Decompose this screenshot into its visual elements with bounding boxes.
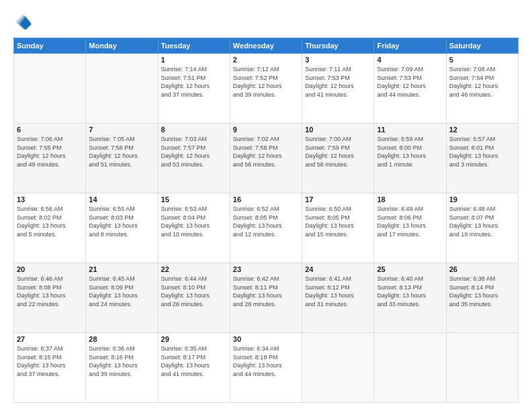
calendar-cell: 21Sunrise: 6:45 AM Sunset: 8:09 PM Dayli…: [86, 263, 158, 333]
day-info: Sunrise: 6:53 AM Sunset: 8:04 PM Dayligh…: [161, 205, 227, 238]
day-info: Sunrise: 7:09 AM Sunset: 7:53 PM Dayligh…: [377, 65, 443, 99]
day-info: Sunrise: 7:06 AM Sunset: 7:55 PM Dayligh…: [17, 135, 83, 169]
day-of-week-header: Saturday: [446, 38, 518, 54]
day-info: Sunrise: 6:52 AM Sunset: 8:05 PM Dayligh…: [233, 205, 299, 238]
day-info: Sunrise: 6:44 AM Sunset: 8:10 PM Dayligh…: [161, 275, 227, 308]
calendar-cell: 28Sunrise: 6:36 AM Sunset: 8:16 PM Dayli…: [86, 333, 158, 403]
day-number: 20: [17, 265, 83, 273]
day-info: Sunrise: 6:36 AM Sunset: 8:16 PM Dayligh…: [89, 345, 154, 378]
day-number: 13: [17, 195, 83, 203]
calendar-week-row: 27Sunrise: 6:37 AM Sunset: 8:15 PM Dayli…: [14, 333, 519, 403]
day-number: 17: [305, 195, 371, 203]
calendar-cell: [446, 333, 518, 403]
day-number: 14: [89, 195, 154, 203]
day-number: 25: [377, 265, 443, 273]
logo-icon: [13, 12, 32, 31]
day-info: Sunrise: 6:57 AM Sunset: 8:01 PM Dayligh…: [449, 135, 515, 169]
day-info: Sunrise: 6:45 AM Sunset: 8:09 PM Dayligh…: [89, 275, 154, 308]
calendar-cell: 15Sunrise: 6:53 AM Sunset: 8:04 PM Dayli…: [158, 193, 230, 263]
day-info: Sunrise: 6:59 AM Sunset: 8:00 PM Dayligh…: [377, 135, 443, 169]
day-of-week-header: Friday: [374, 38, 446, 54]
day-number: 16: [233, 195, 299, 203]
calendar-cell: 10Sunrise: 7:00 AM Sunset: 7:59 PM Dayli…: [302, 124, 374, 193]
calendar-cell: 4Sunrise: 7:09 AM Sunset: 7:53 PM Daylig…: [374, 54, 446, 124]
day-info: Sunrise: 7:11 AM Sunset: 7:53 PM Dayligh…: [305, 65, 371, 99]
day-number: 30: [233, 335, 299, 343]
calendar-cell: [14, 54, 86, 124]
day-number: 8: [161, 126, 227, 134]
day-number: 11: [377, 126, 443, 134]
calendar-cell: 24Sunrise: 6:41 AM Sunset: 8:12 PM Dayli…: [302, 263, 374, 333]
calendar-week-row: 20Sunrise: 6:46 AM Sunset: 8:08 PM Dayli…: [14, 263, 519, 333]
day-info: Sunrise: 6:40 AM Sunset: 8:13 PM Dayligh…: [377, 275, 443, 308]
day-info: Sunrise: 7:14 AM Sunset: 7:51 PM Dayligh…: [161, 65, 227, 99]
calendar: SundayMondayTuesdayWednesdayThursdayFrid…: [13, 38, 519, 403]
day-info: Sunrise: 6:55 AM Sunset: 8:03 PM Dayligh…: [89, 205, 154, 238]
calendar-week-row: 1Sunrise: 7:14 AM Sunset: 7:51 PM Daylig…: [14, 54, 519, 124]
calendar-cell: 13Sunrise: 6:56 AM Sunset: 8:02 PM Dayli…: [14, 193, 86, 263]
day-number: 3: [305, 56, 371, 64]
day-info: Sunrise: 7:05 AM Sunset: 7:56 PM Dayligh…: [89, 135, 154, 169]
calendar-cell: [302, 333, 374, 403]
day-info: Sunrise: 7:00 AM Sunset: 7:59 PM Dayligh…: [305, 135, 371, 169]
calendar-cell: 6Sunrise: 7:06 AM Sunset: 7:55 PM Daylig…: [14, 124, 86, 193]
calendar-week-row: 6Sunrise: 7:06 AM Sunset: 7:55 PM Daylig…: [14, 124, 519, 193]
day-info: Sunrise: 6:48 AM Sunset: 8:07 PM Dayligh…: [449, 205, 515, 238]
day-info: Sunrise: 6:35 AM Sunset: 8:17 PM Dayligh…: [161, 345, 227, 378]
day-info: Sunrise: 7:08 AM Sunset: 7:54 PM Dayligh…: [449, 65, 515, 99]
day-number: 19: [449, 195, 515, 203]
calendar-cell: 23Sunrise: 6:42 AM Sunset: 8:11 PM Dayli…: [230, 263, 302, 333]
day-info: Sunrise: 7:12 AM Sunset: 7:52 PM Dayligh…: [233, 65, 299, 99]
calendar-cell: 26Sunrise: 6:38 AM Sunset: 8:14 PM Dayli…: [446, 263, 518, 333]
day-number: 6: [17, 126, 83, 134]
calendar-cell: 8Sunrise: 7:03 AM Sunset: 7:57 PM Daylig…: [158, 124, 230, 193]
day-of-week-header: Thursday: [302, 38, 374, 54]
day-number: 23: [233, 265, 299, 273]
calendar-cell: 2Sunrise: 7:12 AM Sunset: 7:52 PM Daylig…: [230, 54, 302, 124]
day-number: 2: [233, 56, 299, 64]
day-number: 9: [233, 126, 299, 134]
day-number: 10: [305, 126, 371, 134]
day-info: Sunrise: 6:37 AM Sunset: 8:15 PM Dayligh…: [17, 345, 83, 378]
day-number: 4: [377, 56, 443, 64]
calendar-cell: [374, 333, 446, 403]
day-number: 21: [89, 265, 154, 273]
day-info: Sunrise: 7:02 AM Sunset: 7:58 PM Dayligh…: [233, 135, 299, 169]
day-info: Sunrise: 6:46 AM Sunset: 8:08 PM Dayligh…: [17, 275, 83, 308]
day-number: 5: [449, 56, 515, 64]
calendar-cell: 5Sunrise: 7:08 AM Sunset: 7:54 PM Daylig…: [446, 54, 518, 124]
calendar-cell: 7Sunrise: 7:05 AM Sunset: 7:56 PM Daylig…: [86, 124, 158, 193]
day-info: Sunrise: 6:56 AM Sunset: 8:02 PM Dayligh…: [17, 205, 83, 238]
calendar-cell: 17Sunrise: 6:50 AM Sunset: 8:05 PM Dayli…: [302, 193, 374, 263]
logo: [13, 12, 35, 31]
calendar-cell: 29Sunrise: 6:35 AM Sunset: 8:17 PM Dayli…: [158, 333, 230, 403]
calendar-cell: 14Sunrise: 6:55 AM Sunset: 8:03 PM Dayli…: [86, 193, 158, 263]
day-info: Sunrise: 6:41 AM Sunset: 8:12 PM Dayligh…: [305, 275, 371, 308]
day-info: Sunrise: 6:50 AM Sunset: 8:05 PM Dayligh…: [305, 205, 371, 238]
day-number: 29: [161, 335, 227, 343]
calendar-header-row: SundayMondayTuesdayWednesdayThursdayFrid…: [14, 38, 519, 54]
day-info: Sunrise: 6:49 AM Sunset: 8:06 PM Dayligh…: [377, 205, 443, 238]
calendar-cell: 22Sunrise: 6:44 AM Sunset: 8:10 PM Dayli…: [158, 263, 230, 333]
calendar-cell: 20Sunrise: 6:46 AM Sunset: 8:08 PM Dayli…: [14, 263, 86, 333]
day-of-week-header: Wednesday: [230, 38, 302, 54]
calendar-cell: 11Sunrise: 6:59 AM Sunset: 8:00 PM Dayli…: [374, 124, 446, 193]
day-number: 24: [305, 265, 371, 273]
day-number: 18: [377, 195, 443, 203]
calendar-cell: 12Sunrise: 6:57 AM Sunset: 8:01 PM Dayli…: [446, 124, 518, 193]
calendar-cell: 9Sunrise: 7:02 AM Sunset: 7:58 PM Daylig…: [230, 124, 302, 193]
calendar-week-row: 13Sunrise: 6:56 AM Sunset: 8:02 PM Dayli…: [14, 193, 519, 263]
day-number: 12: [449, 126, 515, 134]
day-of-week-header: Sunday: [14, 38, 86, 54]
calendar-cell: 18Sunrise: 6:49 AM Sunset: 8:06 PM Dayli…: [374, 193, 446, 263]
day-number: 1: [161, 56, 227, 64]
calendar-cell: 3Sunrise: 7:11 AM Sunset: 7:53 PM Daylig…: [302, 54, 374, 124]
day-info: Sunrise: 7:03 AM Sunset: 7:57 PM Dayligh…: [161, 135, 227, 169]
day-number: 26: [449, 265, 515, 273]
day-info: Sunrise: 6:34 AM Sunset: 8:18 PM Dayligh…: [233, 345, 299, 378]
calendar-cell: 16Sunrise: 6:52 AM Sunset: 8:05 PM Dayli…: [230, 193, 302, 263]
day-number: 28: [89, 335, 154, 343]
day-number: 27: [17, 335, 83, 343]
calendar-cell: 27Sunrise: 6:37 AM Sunset: 8:15 PM Dayli…: [14, 333, 86, 403]
day-info: Sunrise: 6:42 AM Sunset: 8:11 PM Dayligh…: [233, 275, 299, 308]
